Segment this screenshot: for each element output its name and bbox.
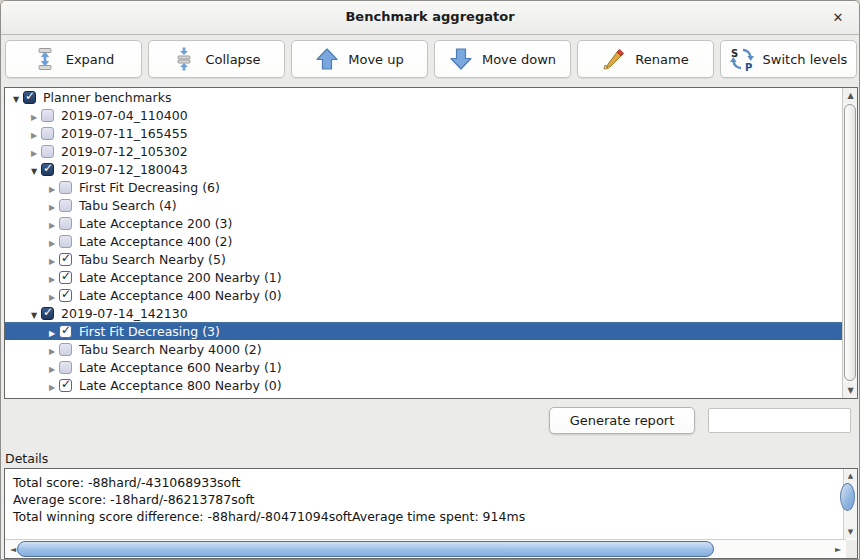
checkbox[interactable] bbox=[41, 145, 54, 158]
checkbox[interactable] bbox=[41, 127, 54, 140]
tree-row[interactable]: Late Acceptance 200 Nearby (1) bbox=[5, 268, 843, 286]
tree-row[interactable]: Tabu Search (4) bbox=[5, 196, 843, 214]
expander-icon[interactable] bbox=[27, 306, 41, 321]
expander-icon[interactable] bbox=[45, 360, 59, 375]
checkbox[interactable] bbox=[59, 253, 72, 266]
expander-icon[interactable] bbox=[9, 90, 23, 105]
toolbar-button-label: Collapse bbox=[205, 52, 260, 67]
expander-icon[interactable] bbox=[27, 108, 41, 123]
scrollbar-thumb[interactable] bbox=[840, 483, 855, 511]
details-vertical-scrollbar[interactable]: ▲ ▼ bbox=[843, 469, 857, 539]
expander-icon[interactable] bbox=[27, 144, 41, 159]
scroll-down-icon[interactable]: ▼ bbox=[844, 527, 857, 537]
expander-icon[interactable] bbox=[45, 378, 59, 393]
scrollbar-thumb[interactable] bbox=[844, 104, 856, 381]
checkbox[interactable] bbox=[59, 343, 72, 356]
toolbar-button-label: Switch levels bbox=[763, 52, 848, 67]
details-line: Total winning score difference: -88hard/… bbox=[13, 508, 837, 525]
tree-row[interactable]: Late Acceptance 200 (3) bbox=[5, 214, 843, 232]
toolbar-button-label: Move down bbox=[482, 52, 556, 67]
details-panel: Total score: -88hard/-431068933softAvera… bbox=[4, 468, 858, 559]
tree-row[interactable]: Tabu Search Nearby 4000 (2) bbox=[5, 340, 843, 358]
tree-row[interactable]: Tabu Search Nearby (5) bbox=[5, 250, 843, 268]
tree-row[interactable]: First Fit Decreasing (6) bbox=[5, 178, 843, 196]
expander-icon[interactable] bbox=[45, 216, 59, 231]
checkbox[interactable] bbox=[23, 91, 36, 104]
expander-icon[interactable] bbox=[45, 324, 59, 339]
toolbar-button-label: Expand bbox=[66, 52, 115, 67]
checkbox[interactable] bbox=[59, 217, 72, 230]
tree-row[interactable]: Late Acceptance 800 Nearby (0) bbox=[5, 376, 843, 394]
benchmark-tree-panel: Planner benchmarks 2019-07-04_110400 201… bbox=[4, 87, 858, 399]
expander-icon[interactable] bbox=[27, 162, 41, 177]
window: Benchmark aggregator ✕ Expand Collapse M… bbox=[0, 0, 860, 560]
expander-icon[interactable] bbox=[45, 252, 59, 267]
expander-icon[interactable] bbox=[45, 180, 59, 195]
checkbox[interactable] bbox=[59, 199, 72, 212]
expander-icon[interactable] bbox=[45, 342, 59, 357]
expander-icon[interactable] bbox=[27, 126, 41, 141]
switch-levels-button[interactable]: S P Switch levels bbox=[720, 40, 857, 78]
scrollbar-thumb[interactable] bbox=[17, 541, 714, 557]
tree-row[interactable]: Late Acceptance 400 Nearby (0) bbox=[5, 286, 843, 304]
checkbox[interactable] bbox=[59, 325, 72, 338]
window-title: Benchmark aggregator bbox=[1, 9, 859, 24]
tree-row-label: 2019-07-12_105302 bbox=[61, 144, 188, 159]
tree-row-label: Tabu Search (4) bbox=[79, 198, 177, 213]
move-up-button[interactable]: Move up bbox=[291, 40, 428, 78]
expander-icon[interactable] bbox=[45, 234, 59, 249]
close-icon[interactable]: ✕ bbox=[829, 9, 847, 27]
rename-pencil-icon bbox=[602, 47, 626, 71]
details-text: Total score: -88hard/-431068933softAvera… bbox=[13, 474, 837, 525]
expand-button[interactable]: Expand bbox=[5, 40, 142, 78]
titlebar[interactable]: Benchmark aggregator ✕ bbox=[1, 1, 859, 35]
expander-icon[interactable] bbox=[45, 270, 59, 285]
tree-row[interactable]: 2019-07-04_110400 bbox=[5, 106, 843, 124]
tree-row[interactable]: Late Acceptance 400 (2) bbox=[5, 232, 843, 250]
checkbox[interactable] bbox=[59, 361, 72, 374]
details-line: Average score: -18hard/-86213787soft bbox=[13, 491, 837, 508]
tree-row-label: Late Acceptance 400 (2) bbox=[79, 234, 232, 249]
details-horizontal-scrollbar[interactable]: ◄ ► bbox=[5, 539, 846, 558]
checkbox[interactable] bbox=[41, 163, 54, 176]
toolbar: Expand Collapse Move up Move down Rename… bbox=[5, 40, 857, 78]
scroll-up-icon[interactable]: ▲ bbox=[843, 88, 858, 103]
generate-report-button[interactable]: Generate report bbox=[549, 407, 695, 434]
tree-row[interactable]: First Fit Decreasing (3) bbox=[5, 322, 843, 340]
svg-text:P: P bbox=[745, 62, 752, 72]
move-down-arrow-icon bbox=[449, 47, 473, 71]
tree-row-label: Late Acceptance 600 Nearby (1) bbox=[79, 360, 282, 375]
tree-row[interactable]: 2019-07-14_142130 bbox=[5, 304, 843, 322]
tree-row-label: Late Acceptance 200 (3) bbox=[79, 216, 232, 231]
tree-row-label: Late Acceptance 400 Nearby (0) bbox=[79, 288, 282, 303]
checkbox[interactable] bbox=[41, 307, 54, 320]
tree-row[interactable]: Planner benchmarks bbox=[5, 88, 843, 106]
checkbox[interactable] bbox=[59, 181, 72, 194]
checkbox[interactable] bbox=[59, 289, 72, 302]
expander-icon[interactable] bbox=[45, 198, 59, 213]
tree-row-label: First Fit Decreasing (6) bbox=[79, 180, 220, 195]
scroll-right-icon[interactable]: ► bbox=[832, 540, 844, 559]
checkbox[interactable] bbox=[41, 109, 54, 122]
tree-row[interactable]: Late Acceptance 600 Nearby (1) bbox=[5, 358, 843, 376]
tree-row[interactable]: 2019-07-12_180043 bbox=[5, 160, 843, 178]
move-down-button[interactable]: Move down bbox=[434, 40, 571, 78]
tree-row-label: 2019-07-14_142130 bbox=[61, 306, 188, 321]
tree-row-label: Late Acceptance 200 Nearby (1) bbox=[79, 270, 282, 285]
expander-icon[interactable] bbox=[45, 288, 59, 303]
scroll-up-icon[interactable]: ▲ bbox=[844, 471, 857, 481]
details-line: Total score: -88hard/-431068933soft bbox=[13, 474, 837, 491]
tree-row-label: Late Acceptance 800 Nearby (0) bbox=[79, 378, 282, 393]
tree-row[interactable]: 2019-07-12_105302 bbox=[5, 142, 843, 160]
tree-row[interactable]: 2019-07-11_165455 bbox=[5, 124, 843, 142]
checkbox[interactable] bbox=[59, 271, 72, 284]
details-label: Details bbox=[5, 451, 48, 466]
rename-button[interactable]: Rename bbox=[577, 40, 714, 78]
toolbar-button-label: Move up bbox=[348, 52, 404, 67]
tree-row-label: First Fit Decreasing (3) bbox=[79, 324, 220, 339]
scroll-down-icon[interactable]: ▼ bbox=[843, 383, 858, 398]
checkbox[interactable] bbox=[59, 235, 72, 248]
checkbox[interactable] bbox=[59, 379, 72, 392]
tree-vertical-scrollbar[interactable]: ▲ ▼ bbox=[842, 88, 857, 398]
collapse-button[interactable]: Collapse bbox=[148, 40, 285, 78]
